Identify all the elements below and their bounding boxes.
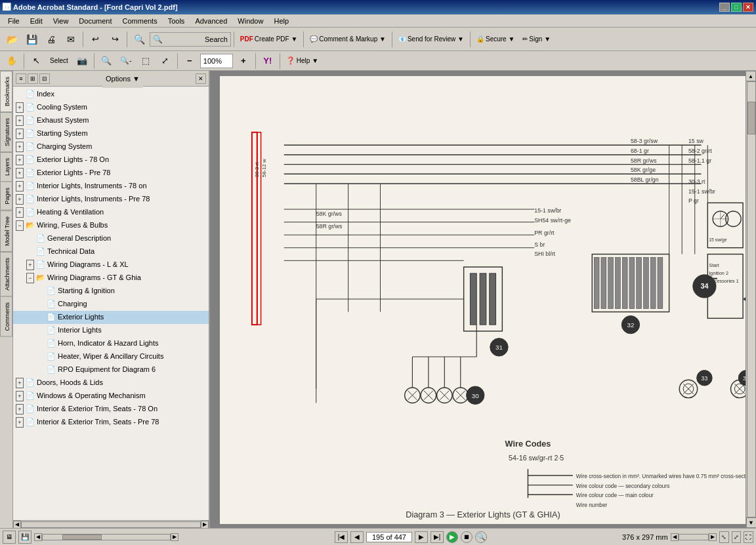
tree-expand-wiring[interactable]: − xyxy=(16,220,24,231)
bookmark-item-wiringgt[interactable]: −📂Wiring Diagrams - GT & Ghia xyxy=(13,272,209,285)
help-label[interactable]: Help ▼ xyxy=(297,57,318,64)
tree-expand-exhaust[interactable]: + xyxy=(16,115,24,126)
tree-expand-ext78on[interactable]: + xyxy=(16,155,24,165)
bookmark-item-horn[interactable]: 📄Horn, Indicator & Hazard Lights xyxy=(13,337,209,350)
hscroll-right[interactable]: ◀ ▶ xyxy=(671,533,717,541)
options-label[interactable]: Options ▼ xyxy=(106,75,140,83)
menu-help[interactable]: Help xyxy=(268,16,294,26)
bookmark-item-charging2[interactable]: 📄Charging xyxy=(13,298,209,311)
bookmark-item-starting[interactable]: +📄Starting System xyxy=(13,127,209,140)
bookmark-item-intlights[interactable]: 📄Interior Lights xyxy=(13,324,209,337)
bookmark-item-techdata[interactable]: 📄Technical Data xyxy=(13,245,209,258)
zoom-box-btn[interactable]: ⬚ xyxy=(136,52,155,70)
zoom-btn2[interactable]: 🔍 xyxy=(475,531,487,543)
print-button[interactable]: 🖨 xyxy=(42,30,60,49)
send-review-button[interactable]: 📧 Send for Review ▼ xyxy=(395,30,467,49)
comment-label[interactable]: Comment & Markup ▼ xyxy=(319,35,386,43)
tree-expand-doors[interactable]: + xyxy=(16,378,24,388)
tree-expand-charging[interactable]: + xyxy=(16,142,24,152)
close-button[interactable]: ✕ xyxy=(743,3,753,12)
undo-button[interactable]: ↩ xyxy=(86,30,104,49)
search-input[interactable] xyxy=(164,35,203,43)
status-icon1[interactable]: 🖥 xyxy=(3,531,16,544)
modeltree-tab[interactable]: Model Tree xyxy=(0,211,12,252)
hscroll-left[interactable]: ◀ xyxy=(13,521,21,529)
sidebar-close-btn[interactable]: ✕ xyxy=(196,73,206,84)
attachments-tab[interactable]: Attachments xyxy=(0,252,12,296)
menu-edit[interactable]: Edit xyxy=(25,16,48,26)
tree-expand-intpre78[interactable]: + xyxy=(16,194,24,205)
tree-expand-cooling[interactable]: + xyxy=(16,102,24,113)
zoom-minus-btn[interactable]: − xyxy=(180,52,199,70)
bookmark-item-startign[interactable]: 📄Starting & Ignition xyxy=(13,285,209,298)
tree-expand-wiringlxl[interactable]: + xyxy=(26,260,34,270)
yahoo-btn[interactable]: Y! xyxy=(259,52,277,70)
tree-expand-trimpre78[interactable]: + xyxy=(16,417,24,428)
sidebar-options-btn[interactable]: Options ▼ xyxy=(102,71,143,88)
hscroll-pdf-thumb[interactable] xyxy=(62,535,102,540)
bookmark-item-trim78[interactable]: +📄Interior & Exterior Trim, Seats - 78 O… xyxy=(13,403,209,416)
secure-button[interactable]: 🔒 Secure ▼ xyxy=(473,30,518,49)
sidebar-thumb-btn[interactable]: ⊟ xyxy=(39,73,50,84)
help-btn[interactable]: ❓ Help ▼ xyxy=(283,52,322,70)
title-bar-controls[interactable]: _ □ ✕ xyxy=(719,3,753,12)
tree-expand-wiringgt[interactable]: − xyxy=(26,273,34,283)
bookmark-item-windows[interactable]: +📄Windows & Operating Mechanism xyxy=(13,390,209,403)
last-page-btn[interactable]: ▶| xyxy=(430,531,444,543)
next-page-btn[interactable]: ▶ xyxy=(415,531,428,543)
hscroll-pdf-track[interactable] xyxy=(42,534,171,540)
hscroll-right-track[interactable] xyxy=(679,534,709,540)
create-pdf-label[interactable]: Create PDF ▼ xyxy=(255,35,297,43)
save-button[interactable]: 💾 xyxy=(22,30,41,49)
secure-label[interactable]: Secure ▼ xyxy=(486,35,514,43)
hscroll-right-left[interactable]: ◀ xyxy=(671,533,679,541)
bookmark-item-trimpre78[interactable]: +📄Interior & Exterior Trim, Seats - Pre … xyxy=(13,416,209,429)
stop-btn[interactable]: ⏹ xyxy=(461,531,472,543)
pdf-scroll-area[interactable]: 58-3 gr/sw 68-1 gr 58R gr/ws 58K gr/ge 5… xyxy=(210,71,756,528)
comments-tab[interactable]: Comments xyxy=(0,296,12,337)
bookmark-item-exhaust[interactable]: +📄Exhaust System xyxy=(13,114,209,127)
zoom-actual-btn[interactable]: ⤢ xyxy=(156,52,175,70)
bookmark-item-heater[interactable]: 📄Heater, Wiper & Ancillary Circuits xyxy=(13,350,209,363)
redo-button[interactable]: ↪ xyxy=(106,30,124,49)
sign-label[interactable]: Sign ▼ xyxy=(529,35,551,43)
play-btn[interactable]: ▶ xyxy=(446,531,458,543)
sidebar-detail-btn[interactable]: ⊞ xyxy=(28,73,38,84)
tree-expand-extpre78[interactable]: + xyxy=(16,168,24,178)
bookmarks-tab[interactable]: Bookmarks xyxy=(0,71,12,112)
tree-expand-heating[interactable]: + xyxy=(16,207,24,218)
vscroll-thumb[interactable] xyxy=(747,102,755,134)
tree-expand-trim78[interactable]: + xyxy=(16,404,24,414)
bookmark-item-ext78on[interactable]: +📄Exterior Lights - 78 On xyxy=(13,153,209,167)
bookmark-item-extlights[interactable]: 📄Exterior Lights xyxy=(13,311,209,324)
comment-markup-button[interactable]: 💬 Comment & Markup ▼ xyxy=(306,30,389,49)
open-button[interactable]: 📂 xyxy=(3,30,21,49)
menu-tools[interactable]: Tools xyxy=(163,16,190,26)
sidebar-list-btn[interactable]: ≡ xyxy=(16,73,26,84)
snapshot-tool[interactable]: 📷 xyxy=(73,52,91,70)
hscroll-track[interactable] xyxy=(21,521,201,528)
hscroll-pdf-left[interactable]: ◀ xyxy=(34,533,42,541)
prev-page-btn[interactable]: ◀ xyxy=(350,531,364,543)
menu-view[interactable]: View xyxy=(48,16,74,26)
hscroll-pdf[interactable]: ◀ ▶ xyxy=(34,533,178,541)
first-page-btn[interactable]: |◀ xyxy=(335,531,348,543)
signatures-tab[interactable]: Signatures xyxy=(0,112,12,152)
send-label[interactable]: Send for Review ▼ xyxy=(408,35,464,43)
fit-page-btn[interactable]: ⤢ xyxy=(732,531,742,543)
fit-width-btn[interactable]: ⤡ xyxy=(719,531,729,543)
bookmark-item-extpre78[interactable]: +📄Exterior Lights - Pre 78 xyxy=(13,167,209,180)
bookmark-item-doors[interactable]: +📄Doors, Hoods & Lids xyxy=(13,376,209,390)
tree-expand-windows[interactable]: + xyxy=(16,391,24,401)
bookmark-item-wiring[interactable]: −📂Wiring, Fuses & Bulbs xyxy=(13,219,209,232)
tree-expand-starting[interactable]: + xyxy=(16,129,24,139)
create-pdf-button[interactable]: PDF Create PDF ▼ xyxy=(237,30,301,49)
zoom-out-btn[interactable]: 🔍- xyxy=(117,52,135,70)
layers-tab[interactable]: Layers xyxy=(0,152,12,182)
vscroll-down-btn[interactable]: ▼ xyxy=(746,517,757,528)
menu-document[interactable]: Document xyxy=(74,16,117,26)
bookmark-item-index[interactable]: 📄Index xyxy=(13,88,209,101)
bookmark-item-wiringlxl[interactable]: +📄Wiring Diagrams - L & XL xyxy=(13,258,209,272)
sidebar-hscroll[interactable]: ◀ ▶ xyxy=(13,520,209,528)
menu-file[interactable]: File xyxy=(3,16,25,26)
